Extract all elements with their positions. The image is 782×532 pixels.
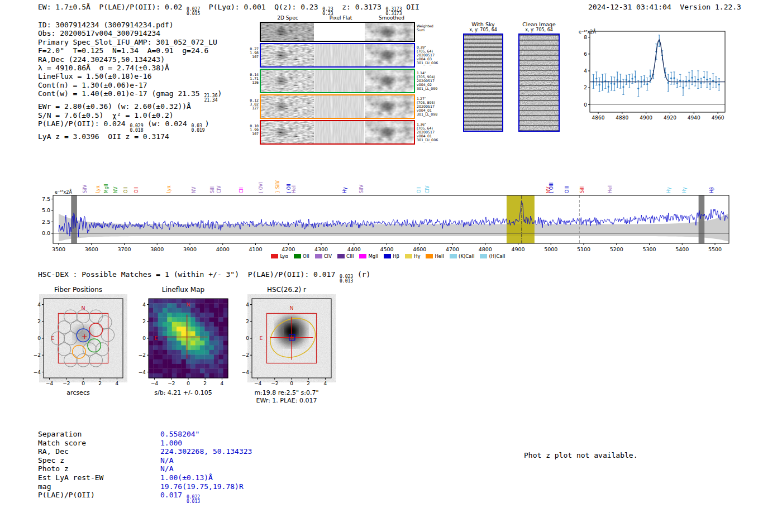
match-table-label: mag [38, 482, 160, 491]
svg-text:4960: 4960 [712, 115, 724, 121]
svg-text:8: 8 [584, 35, 587, 40]
svg-text:4860: 4860 [592, 115, 605, 121]
svg-text:4300: 4300 [314, 246, 328, 252]
svg-text:SiII: SiII [580, 186, 585, 193]
lineflux-map-title: Lineflux Map [133, 286, 233, 294]
svg-text:NV: NV [113, 186, 118, 193]
svg-text:N: N [81, 305, 85, 311]
svg-text:4800: 4800 [479, 246, 492, 252]
svg-text:2: 2 [246, 319, 249, 324]
fiber-xlabel: arcsecs [28, 389, 128, 396]
elixer-report-page: EW: 1.7±0.5Å P(LAE)/P(OII): 0.02 0.0270.… [0, 0, 782, 532]
photz-note: Phot z plot not available. [524, 451, 638, 459]
svg-text:CIV: CIV [425, 185, 430, 193]
spec2d-cell [314, 44, 365, 66]
match-table-label: Separation [38, 430, 160, 439]
hsc-cutout-plot: NE−4−2024−4−2024 [236, 294, 337, 388]
clean-image-panel: Clean Image x, y: 705, 64 [517, 21, 561, 132]
svg-text:0: 0 [142, 336, 146, 341]
svg-text:2: 2 [98, 381, 102, 386]
spec2d-col-header: 2D Spec [261, 15, 314, 21]
svg-text:SiII: SiII [210, 186, 215, 193]
match-table-value: 0.558204" [160, 430, 199, 439]
svg-text:0.0: 0.0 [42, 230, 50, 236]
hsc-cutout-title: HSC(26.2) r [236, 286, 337, 294]
with-sky-image [463, 33, 503, 132]
svg-text:} SiIV: } SiIV [275, 180, 280, 193]
spec2d-cell [365, 23, 414, 41]
svg-text:( OVI: ( OVI [259, 182, 264, 193]
svg-text:−4: −4 [46, 381, 54, 386]
hsc-dex-header: HSC-DEX : Possible Matches = 1 (within +… [38, 270, 370, 283]
svg-text:0: 0 [82, 381, 85, 386]
svg-text:0: 0 [37, 336, 41, 341]
svg-text:NV: NV [192, 186, 197, 193]
svg-text:HeII: HeII [292, 184, 297, 193]
svg-text:Hγ: Hγ [666, 187, 671, 193]
match-table-label: P(LAE)/P(OII) [38, 491, 160, 504]
match-table: Separation0.558204"Match score1.000RA, D… [38, 430, 252, 504]
svg-text:4900: 4900 [511, 246, 524, 252]
svg-text:−4: −4 [139, 370, 146, 375]
svg-text:Hγ: Hγ [342, 187, 347, 193]
svg-text:5200: 5200 [610, 246, 623, 252]
svg-text:OII: OII [417, 187, 422, 193]
match-table-row: mag19.76(19.75,19.78)R [38, 482, 252, 491]
legend-item: HeII [426, 253, 444, 259]
svg-text:Hβ: Hβ [709, 187, 714, 193]
summary-header: EW: 1.7±0.5Å P(LAE)/P(OII): 0.02 0.0270.… [38, 3, 419, 16]
svg-text:5.0: 5.0 [42, 207, 50, 213]
svg-text:−4: −4 [34, 370, 41, 375]
spec2d-cell [261, 95, 314, 118]
match-table-row: Separation0.558204" [38, 430, 252, 439]
svg-text:( OII: ( OII [287, 184, 292, 193]
spec2d-rows: WeightedSum0.271.981070.39"(705, 64)2020… [250, 22, 445, 145]
clean-image [518, 33, 560, 132]
spec2d-cell [314, 121, 365, 143]
hsc-caption2: EWr: 1. PLAE: 0.017 [236, 397, 337, 404]
svg-text:N: N [186, 301, 190, 308]
info-line: Primary Spec_Slot_IFU_AMP: 301_052_072_L… [38, 38, 222, 46]
svg-text:Lyα: Lyα [96, 185, 101, 193]
svg-text:E: E [260, 335, 263, 341]
svg-text:SiIV: SiIV [83, 184, 88, 193]
match-table-label: Photo z [38, 464, 160, 473]
svg-text:4: 4 [221, 381, 224, 386]
svg-text:4000: 4000 [216, 246, 230, 252]
svg-text:OII: OII [134, 187, 139, 193]
info-line: λ = 4910.86Å σ = 2.74(±0.38)Å [38, 64, 222, 72]
svg-text:4100: 4100 [249, 246, 262, 252]
svg-text:2: 2 [203, 381, 207, 386]
svg-text:Lyα: Lyα [166, 185, 171, 193]
svg-text:2: 2 [142, 319, 146, 324]
svg-text:CII: CII [239, 188, 244, 193]
noise-overlay [464, 35, 503, 132]
svg-text:4400: 4400 [347, 246, 361, 252]
legend-item: Hβ [384, 253, 399, 259]
svg-text:−4: −4 [242, 370, 250, 375]
spec2d-row: 0.101.991071.36"(705, 64)20200517v004_01… [250, 120, 445, 145]
match-table-value: 1.000 [160, 439, 182, 448]
svg-text:3600: 3600 [85, 246, 98, 252]
svg-text:2: 2 [37, 319, 41, 324]
timestamp: 2024-12-31 03:41:04 Version 1.22.3 [588, 3, 741, 11]
svg-text:2.5: 2.5 [42, 219, 50, 225]
svg-text:5400: 5400 [675, 246, 689, 252]
match-table-label: RA, Dec [38, 447, 160, 456]
info-line: Cont(n) = 1.30(±0.06)e-17 [38, 81, 222, 89]
svg-text:3500: 3500 [52, 246, 65, 252]
svg-text:−4: −4 [151, 381, 159, 386]
spec2d-cell [314, 70, 365, 92]
svg-text:HeII: HeII [608, 184, 613, 193]
match-table-row: P(LAE)/P(OII)0.017 0.0220.013 [38, 491, 252, 504]
svg-text:−2: −2 [139, 352, 146, 358]
svg-text:−2: −2 [242, 352, 249, 358]
svg-text:MgII: MgII [104, 184, 109, 193]
spec2d-cell [314, 23, 365, 41]
full-spectrum-plot: SiIVLyαMgIINVOIIOIILyαNVSiIICIVCII( OVI}… [34, 146, 743, 252]
spec2d-col-header: Smoothed [367, 15, 416, 21]
match-table-label: Est LyA rest-EW [38, 473, 160, 482]
spec2d-col-header: Pixel Flat [316, 15, 366, 21]
svg-text:2: 2 [584, 85, 587, 90]
match-table-row: Match score1.000 [38, 439, 252, 448]
